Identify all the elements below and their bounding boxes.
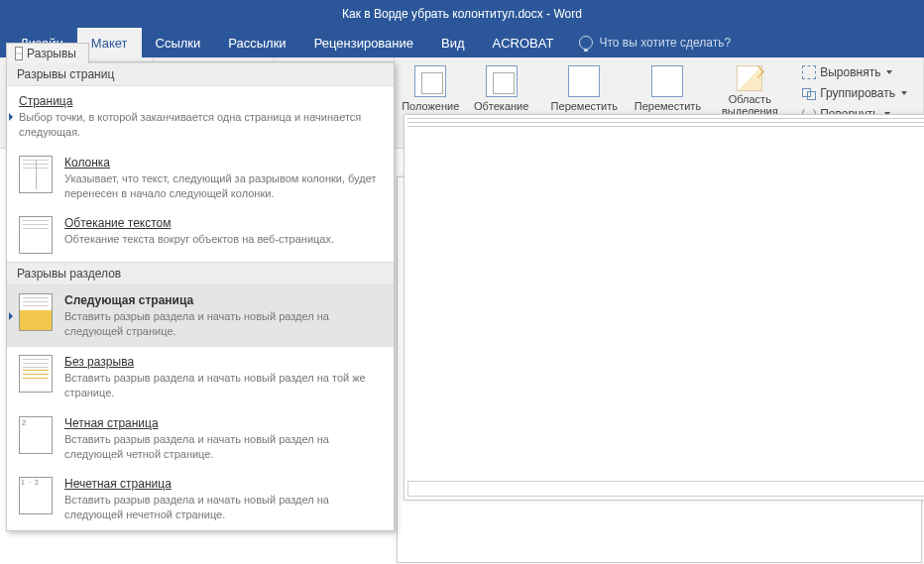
break-odd-page[interactable]: Нечетная страницаВставить разрыв раздела… [7,469,394,530]
break-column[interactable]: КолонкаУказывает, что текст, следующий з… [7,148,394,209]
breaks-button[interactable]: Разрывы [6,43,89,63]
page-break-icon [404,114,924,501]
section-breaks-header: Разрывы разделов [7,262,394,285]
position-icon [414,65,446,97]
page-breaks-header: Разрывы страниц [7,62,394,86]
column-break-icon [19,156,53,193]
ribbon-tabs: Дизайн Макет Ссылки Рассылки Рецензирова… [0,28,924,57]
selection-icon [737,65,762,91]
align-icon [802,65,816,79]
tab-acrobat[interactable]: ACROBAT [479,28,568,57]
document-title: Как в Ворде убрать колонтитул.docx - Wor… [342,7,582,21]
breaks-icon [15,47,23,60]
tab-view[interactable]: Вид [427,28,479,57]
group-icon [802,88,816,98]
forward-icon [568,65,600,97]
even-page-icon [19,416,53,454]
break-next-page[interactable]: Следующая страницаВставить разрыв раздел… [7,285,394,347]
title-bar: Как в Ворде убрать колонтитул.docx - Wor… [0,0,924,28]
tab-mailings[interactable]: Рассылки [214,28,299,57]
backward-icon [651,65,683,97]
tab-links[interactable]: Ссылки [142,28,215,57]
tell-me[interactable]: Что вы хотите сделать? [579,28,731,57]
wrap-icon [486,65,518,97]
align-button[interactable]: Выровнять [798,63,911,81]
group-button[interactable]: Группировать [798,84,911,102]
break-continuous[interactable]: Без разрываВставить разрыв раздела и нач… [7,347,394,408]
break-page[interactable]: СтраницаВыбор точки, в которой заканчива… [7,86,394,148]
bulb-icon [579,36,593,50]
break-text-wrap[interactable]: Обтекание текстомОбтекание текста вокруг… [7,208,394,262]
breaks-dropdown: Разрывы Разрывы страниц СтраницаВыбор то… [6,61,395,531]
tab-review[interactable]: Рецензирование [300,28,427,57]
odd-page-icon [19,477,53,514]
wrap-break-icon [19,216,53,254]
continuous-icon [19,355,53,393]
break-even-page[interactable]: Четная страницаВставить разрыв раздела и… [7,408,394,470]
next-page-icon [19,293,53,331]
